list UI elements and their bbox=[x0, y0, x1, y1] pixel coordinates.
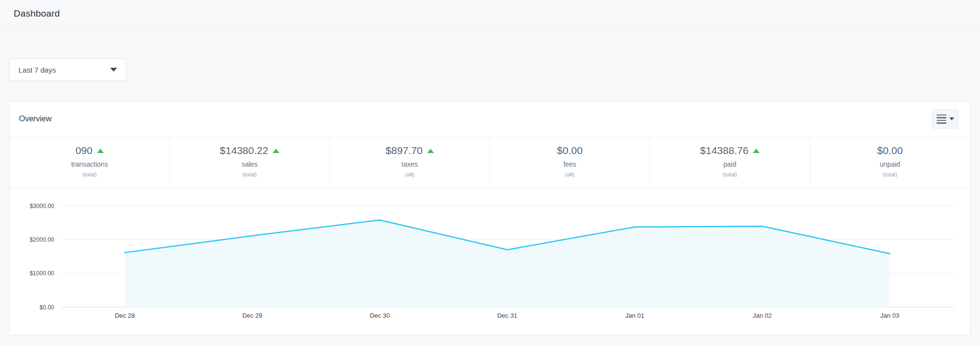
top-bar: Dashboard bbox=[0, 0, 980, 27]
y-axis-tick-label: $3000.00 bbox=[30, 203, 54, 210]
stat-taxes: $897.70 taxes (all) bbox=[330, 137, 490, 188]
stat-label: sales bbox=[242, 160, 258, 168]
stat-value: $14388.76 bbox=[700, 144, 748, 157]
stat-label: fees bbox=[563, 160, 576, 168]
page-title: Dashboard bbox=[14, 8, 60, 19]
stat-value: $897.70 bbox=[386, 144, 423, 157]
stat-unpaid: $0.00 unpaid (total) bbox=[810, 137, 970, 188]
stat-transactions: 090 transactions (total) bbox=[10, 137, 169, 188]
trend-up-icon bbox=[427, 149, 434, 153]
stat-value: $14380.22 bbox=[220, 144, 268, 157]
trend-up-icon bbox=[273, 149, 279, 153]
x-axis-tick-label: Dec 29 bbox=[242, 312, 262, 319]
x-axis-tick-label: Dec 31 bbox=[497, 312, 517, 319]
stat-value: 090 bbox=[76, 144, 93, 157]
stats-row: 090 transactions (total) $14380.22 sales… bbox=[10, 137, 970, 189]
date-range-value: Last 7 days bbox=[19, 66, 110, 74]
stat-scope: (all) bbox=[405, 172, 414, 177]
stat-scope: (total) bbox=[723, 172, 737, 177]
chevron-down-icon bbox=[949, 117, 954, 120]
date-range-select[interactable]: Last 7 days bbox=[9, 58, 126, 81]
x-axis-tick-label: Jan 01 bbox=[625, 312, 644, 319]
stat-paid: $14388.76 paid (total) bbox=[649, 137, 809, 188]
stat-sales: $14380.22 sales (total) bbox=[169, 137, 329, 188]
stat-label: unpaid bbox=[880, 160, 900, 168]
stat-label: paid bbox=[724, 160, 736, 168]
y-axis-tick-label: $0.00 bbox=[39, 304, 54, 311]
overview-title: Overview bbox=[19, 115, 52, 123]
stat-scope: (all) bbox=[565, 172, 574, 177]
sales-chart: $3000.00$2000.00$1000.00$0.00Dec 28Dec 2… bbox=[10, 188, 971, 336]
chart-options-button[interactable] bbox=[932, 109, 959, 129]
stat-scope: (total) bbox=[242, 172, 256, 177]
x-axis-tick-label: Jan 03 bbox=[880, 312, 899, 319]
stat-fees: $0.00 fees (all) bbox=[490, 137, 649, 188]
stat-value: $0.00 bbox=[557, 144, 583, 157]
dashboard-page: { "page": { "title": "Dashboard" }, "fil… bbox=[0, 0, 980, 346]
stat-scope: (total) bbox=[82, 172, 97, 177]
x-axis-tick-label: Jan 02 bbox=[753, 312, 772, 319]
x-axis-tick-label: Dec 28 bbox=[115, 312, 135, 319]
stat-label: transactions bbox=[71, 160, 108, 168]
y-axis-tick-label: $1000.00 bbox=[30, 270, 54, 277]
trend-up-icon bbox=[97, 149, 104, 153]
stat-label: taxes bbox=[402, 160, 418, 168]
trend-up-icon bbox=[753, 149, 760, 153]
stat-value: $0.00 bbox=[877, 144, 903, 157]
y-axis-tick-label: $2000.00 bbox=[30, 236, 54, 243]
overview-card: Overview 090 transactions (total) $14380… bbox=[9, 101, 970, 335]
area-fill bbox=[125, 220, 890, 308]
chevron-down-icon bbox=[110, 68, 117, 72]
x-axis-tick-label: Dec 30 bbox=[370, 312, 390, 319]
overview-card-header: Overview bbox=[10, 102, 970, 137]
stat-scope: (total) bbox=[883, 172, 897, 177]
list-icon bbox=[937, 115, 946, 124]
